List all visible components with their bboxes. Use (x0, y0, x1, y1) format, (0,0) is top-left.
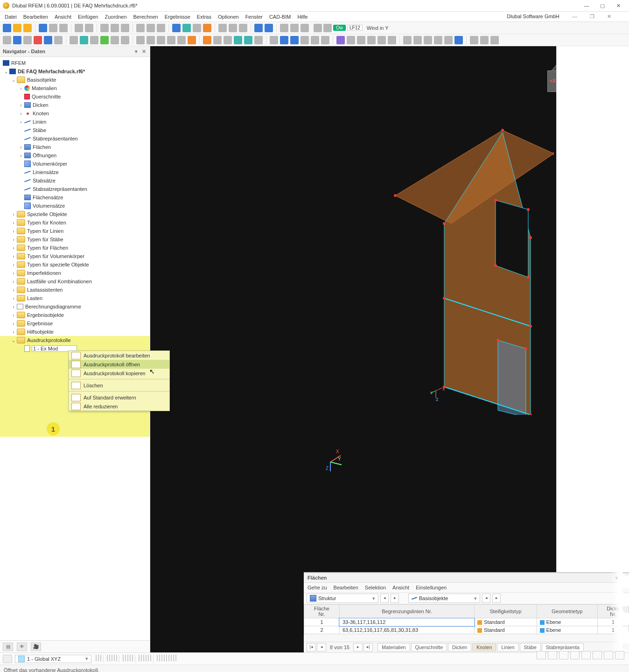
right-tool-5-icon[interactable] (593, 651, 602, 659)
doc-minimize[interactable]: ― (572, 14, 577, 19)
tool2-10-icon[interactable] (111, 36, 119, 44)
ctx-l-schen[interactable]: Löschen (69, 381, 169, 390)
status-tool-27-icon[interactable] (175, 655, 176, 661)
view3-icon[interactable] (239, 24, 247, 32)
copy-icon[interactable] (111, 24, 119, 32)
menu-hilfe[interactable]: Hilfe (297, 14, 308, 20)
tool2-42-icon[interactable] (470, 36, 478, 44)
tool2-30-icon[interactable] (336, 36, 345, 44)
coord-system-select[interactable]: 1 - Global XYZ ▾ (15, 655, 91, 663)
status-tool-13-icon[interactable] (139, 655, 140, 661)
crumb2-prev[interactable]: ◂ (482, 594, 490, 603)
table-tab-materialien[interactable]: Materialien (377, 643, 410, 651)
tool2-2-icon[interactable] (23, 36, 32, 44)
tree-spezielle-objekte[interactable]: ›Spezielle Objekte (0, 210, 150, 218)
menu-ergebnisse[interactable]: Ergebnisse (165, 14, 190, 20)
tool2-39-icon[interactable] (434, 36, 442, 44)
status-tool-14-icon[interactable] (141, 655, 142, 661)
tables-pin-icon[interactable]: ▾ (615, 575, 618, 581)
snap-icon[interactable] (147, 24, 155, 32)
lf-prev-icon[interactable] (314, 24, 322, 32)
status-tool-10-icon[interactable] (127, 655, 128, 661)
view1-icon[interactable] (218, 24, 227, 32)
tool2-20-icon[interactable] (224, 36, 232, 44)
table-tab-stäbe[interactable]: Stäbe (520, 643, 541, 651)
status-tool-23-icon[interactable] (166, 655, 167, 661)
tree-model[interactable]: ⌄DE FAQ Mehrfachdruck.rf6* (0, 67, 150, 76)
tool2-38-icon[interactable] (424, 36, 432, 44)
nav-left-icon[interactable] (254, 24, 263, 32)
tree-typen-f-r-fl-chen[interactable]: ›Typen für Flächen (0, 244, 150, 252)
ctx-alle-reduzieren[interactable]: Alle reduzieren (69, 402, 169, 411)
tool2-19-icon[interactable] (213, 36, 222, 44)
right-tool-7-icon[interactable] (615, 651, 624, 659)
tool2-44-icon[interactable] (490, 36, 499, 44)
save-all-icon[interactable] (49, 24, 57, 32)
right-tool-0-icon[interactable] (537, 651, 546, 659)
measure-icon[interactable] (301, 24, 309, 32)
open-icon[interactable] (13, 24, 21, 32)
table-subcategory-select[interactable]: Basisobjekte ▾ (408, 594, 480, 603)
tree-fl-chens-tze[interactable]: Flächensätze (0, 193, 150, 202)
maximize-button[interactable]: ▢ (594, 0, 610, 11)
tool2-12-icon[interactable] (136, 36, 145, 44)
surfaces-table[interactable]: FlächeNr.Begrenzungslinien Nr.Steifigkei… (304, 604, 629, 634)
doc-restore[interactable]: ❐ (590, 14, 594, 19)
status-tool-20-icon[interactable] (159, 655, 160, 661)
table-tab-linien[interactable]: Linien (497, 643, 518, 651)
tool2-7-icon[interactable] (80, 36, 88, 44)
tree-querschnitte[interactable]: Querschnitte (0, 92, 150, 101)
tool2-5-icon[interactable] (54, 36, 63, 44)
status-tool-17-icon[interactable] (148, 655, 149, 661)
tree-ergebnisse[interactable]: ›Ergebnisse (0, 319, 150, 328)
tool2-25-icon[interactable] (280, 36, 288, 44)
navigator-pin-icon[interactable]: ▾ (133, 49, 140, 55)
navigator-close-icon[interactable]: ✕ (140, 49, 147, 55)
status-tool-19-icon[interactable] (157, 655, 158, 661)
tree--ffnungen[interactable]: ›Öffnungen (0, 151, 150, 160)
table-menu-ansicht[interactable]: Ansicht (392, 585, 409, 590)
nav-tab1-icon[interactable]: ▤ (3, 643, 13, 651)
tree-ergebnisobjekte[interactable]: ›Ergebnisobjekte (0, 311, 150, 319)
tables-icon[interactable] (193, 24, 201, 32)
tree-volumens-tze[interactable]: Volumensätze (0, 202, 150, 210)
tool2-35-icon[interactable] (388, 36, 396, 44)
tool2-18-icon[interactable] (203, 36, 211, 44)
status-tool-15-icon[interactable] (143, 655, 144, 661)
tree-typen-f-r-spezielle-objekte[interactable]: ›Typen für spezielle Objekte (0, 260, 150, 269)
nav-tab3-icon[interactable]: 🎥 (31, 643, 41, 651)
diagram-icon[interactable] (280, 24, 288, 32)
status-tool-0-icon[interactable] (96, 655, 97, 661)
col-header[interactable]: Steifigkeitstyp (475, 605, 537, 618)
tree-knoten[interactable]: ›Knoten (0, 109, 150, 118)
tool2-33-icon[interactable] (367, 36, 376, 44)
crumb-prev[interactable]: ◂ (380, 594, 389, 603)
menu-cad-bim[interactable]: CAD-BIM (269, 14, 291, 20)
view2-icon[interactable] (229, 24, 237, 32)
menu-fenster[interactable]: Fenster (245, 14, 263, 20)
lf-next-icon[interactable] (323, 24, 332, 32)
col-header[interactable]: DickeNr. (598, 605, 629, 618)
status-tool-16-icon[interactable] (146, 655, 147, 661)
script-icon[interactable] (203, 24, 211, 32)
tool2-21-icon[interactable] (234, 36, 242, 44)
menu-ansicht[interactable]: Ansicht (55, 14, 71, 20)
right-tool-6-icon[interactable] (604, 651, 613, 659)
tool2-27-icon[interactable] (301, 36, 309, 44)
status-tool-2-icon[interactable] (100, 655, 101, 661)
tree-lastf-lle-und-kombinationen[interactable]: ›Lastfälle und Kombinationen (0, 277, 150, 286)
menu-extras[interactable]: Extras (197, 14, 211, 20)
tool2-6-icon[interactable] (70, 36, 78, 44)
pager-first[interactable]: |◂ (307, 643, 316, 651)
tree-imperfektionen[interactable]: ›Imperfektionen (0, 269, 150, 277)
right-tool-3-icon[interactable] (570, 651, 580, 659)
tree-materialien[interactable]: ›Materialien (0, 84, 150, 92)
menu-bearbeiten[interactable]: Bearbeiten (23, 14, 48, 20)
menu-zuordnen[interactable]: Zuordnen (105, 14, 126, 20)
table-row[interactable]: 133-36,117,116,112StandardEbene1 (304, 618, 629, 626)
loadcase-selector[interactable]: Ow LF12 Wind in Y (314, 24, 426, 32)
right-tool-4-icon[interactable] (581, 651, 591, 659)
ctx-ausdruckprotokoll--ffnen[interactable]: Ausdruckprotokoll öffnen (69, 360, 169, 369)
tool2-4-icon[interactable] (44, 36, 52, 44)
calc-icon[interactable] (172, 24, 181, 32)
